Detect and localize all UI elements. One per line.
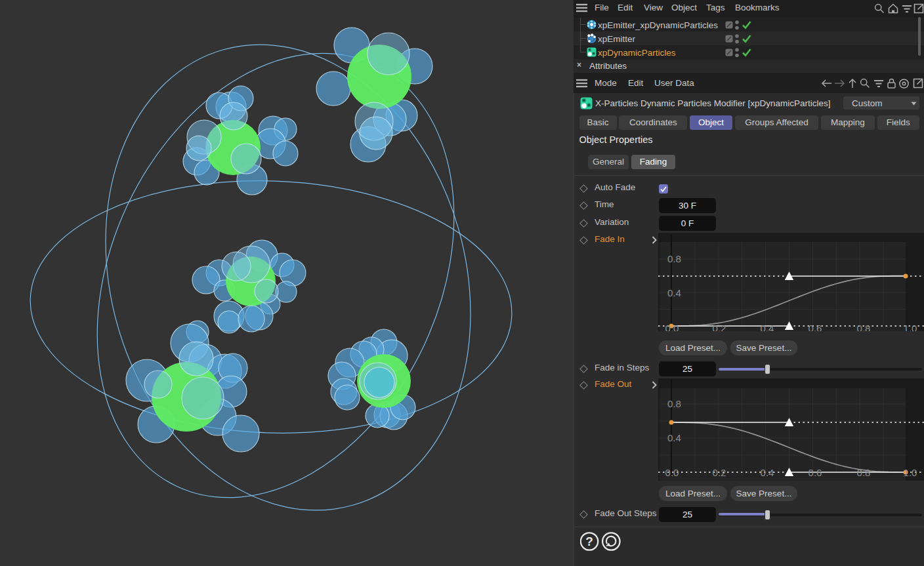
svg-text:1.0: 1.0 [904, 323, 917, 331]
svg-text:0.8: 0.8 [857, 323, 871, 331]
svg-text:0.6: 0.6 [808, 467, 822, 478]
svg-text:0.4: 0.4 [667, 432, 681, 443]
svg-text:?: ? [585, 535, 593, 548]
svg-text:0.8: 0.8 [667, 398, 681, 409]
svg-text:0.2: 0.2 [713, 323, 726, 331]
svg-text:1.0: 1.0 [904, 467, 917, 478]
svg-text:0.8: 0.8 [667, 253, 681, 264]
svg-text:0.4: 0.4 [667, 287, 681, 298]
svg-text:0.8: 0.8 [857, 467, 871, 478]
svg-text:0.0: 0.0 [665, 467, 679, 478]
svg-text:0.4: 0.4 [761, 323, 774, 331]
svg-text:0.2: 0.2 [713, 467, 726, 478]
svg-text:0.4: 0.4 [761, 467, 774, 478]
svg-text:0.0: 0.0 [665, 323, 679, 331]
svg-text:0.6: 0.6 [808, 323, 822, 331]
